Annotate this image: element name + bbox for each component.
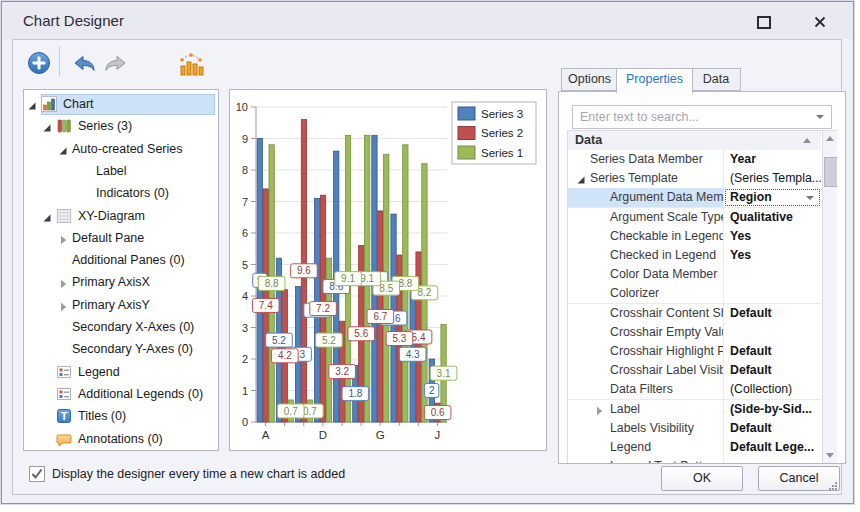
tree-item-primary-axisx[interactable]: Primary AxisX — [25, 272, 217, 293]
property-row-label[interactable]: Label(Side-by-Sid... — [568, 400, 821, 420]
tab-data[interactable]: Data — [691, 68, 741, 91]
property-value-cell[interactable]: Yes — [724, 227, 821, 246]
tree-item-titles-0[interactable]: TTitles (0) — [25, 406, 217, 427]
tab-options[interactable]: Options — [561, 68, 618, 91]
chart-type-button[interactable] — [178, 50, 204, 80]
property-label-cell[interactable]: Crosshair Label Visibility — [568, 361, 724, 380]
property-row-labels-visibility[interactable]: Labels VisibilityDefault — [568, 419, 821, 439]
scroll-down-icon[interactable] — [826, 453, 834, 458]
property-label-cell[interactable]: Checked in Legend — [568, 246, 724, 265]
tree-item-label[interactable]: Label — [25, 161, 217, 182]
display-designer-checkbox[interactable] — [29, 466, 45, 482]
property-value-cell[interactable]: Default Lege... — [724, 438, 821, 457]
close-button[interactable] — [805, 14, 835, 32]
tree-item-auto-created-series[interactable]: Auto-created Series — [25, 139, 217, 160]
property-label-cell[interactable]: Legend Text Pattern — [568, 457, 724, 463]
property-label-cell[interactable]: Checkable in Legend — [568, 227, 724, 246]
tree-item-additional-legends-0[interactable]: Additional Legends (0) — [25, 384, 217, 405]
resize-grip[interactable] — [827, 480, 838, 491]
tree-item-legend[interactable]: Legend — [25, 362, 217, 383]
expanded-arrow-icon[interactable] — [27, 100, 37, 110]
collapsed-arrow-icon[interactable] — [594, 405, 603, 414]
property-label-cell[interactable]: Crosshair Content Sh... — [568, 304, 724, 323]
add-chart-element-button[interactable] — [27, 51, 51, 79]
expanded-arrow-icon[interactable] — [42, 122, 52, 132]
property-row-crosshair-empty-valu[interactable]: Crosshair Empty Valu... — [568, 323, 821, 343]
expanded-arrow-icon[interactable] — [576, 174, 585, 183]
property-grid-scrollbar[interactable] — [822, 131, 837, 463]
search-dropdown-icon[interactable] — [816, 115, 824, 119]
expanded-arrow-icon[interactable] — [58, 145, 68, 155]
undo-button[interactable] — [73, 55, 97, 77]
property-label-cell[interactable]: Argument Scale Type — [568, 208, 724, 227]
property-value-cell[interactable]: Default — [724, 304, 821, 323]
property-label-cell[interactable]: Crosshair Empty Valu... — [568, 323, 724, 342]
collapsed-arrow-icon[interactable] — [58, 278, 68, 288]
property-row-crosshair-highlight-po[interactable]: Crosshair Highlight Po...Default — [568, 342, 821, 362]
property-row-colorizer[interactable]: Colorizer — [568, 284, 821, 304]
property-label-cell[interactable]: Labels Visibility — [568, 419, 724, 438]
property-row-checkable-in-legend[interactable]: Checkable in LegendYes — [568, 227, 821, 247]
titlebar[interactable]: Chart Designer — [2, 2, 853, 39]
property-row-argument-data-member[interactable]: Argument Data MemberRegion — [568, 188, 821, 208]
property-label-cell[interactable]: Color Data Member — [568, 265, 724, 284]
expanded-arrow-icon[interactable] — [42, 212, 52, 222]
property-value-cell[interactable]: (Collection) — [724, 380, 821, 399]
property-row-series-data-member[interactable]: Series Data MemberYear — [568, 150, 821, 170]
maximize-button[interactable] — [749, 14, 779, 32]
tree-item-secondary-y-axes-0[interactable]: Secondary Y-Axes (0) — [25, 339, 217, 360]
redo-button[interactable] — [103, 55, 127, 77]
property-value-cell[interactable] — [724, 265, 821, 284]
property-value-cell[interactable]: Year — [724, 150, 821, 169]
property-label-cell[interactable]: Series Data Member — [568, 150, 724, 169]
property-value-cell[interactable]: Default — [724, 419, 821, 438]
property-label-cell[interactable]: Colorizer — [568, 284, 724, 303]
property-row-checked-in-legend[interactable]: Checked in LegendYes — [568, 246, 821, 266]
property-row-series-template[interactable]: Series Template(Series Templa... — [568, 169, 821, 189]
property-row-crosshair-content-sh[interactable]: Crosshair Content Sh...Default — [568, 304, 821, 324]
scrollbar-thumb[interactable] — [824, 157, 837, 187]
collapsed-arrow-icon[interactable] — [58, 301, 68, 311]
tree-item-xy-diagram[interactable]: XY-Diagram — [25, 206, 217, 227]
tree-item-primary-axisy[interactable]: Primary AxisY — [25, 295, 217, 316]
property-value-cell[interactable] — [724, 323, 821, 342]
tree-item-annotations-0[interactable]: Annotations (0) — [25, 429, 217, 450]
tree-item-chart[interactable]: Chart — [25, 94, 217, 115]
property-search-box[interactable] — [572, 105, 832, 129]
property-value-cell[interactable]: Default — [724, 361, 821, 380]
property-label-cell[interactable]: Crosshair Highlight Po... — [568, 342, 724, 361]
tree-item-default-pane[interactable]: Default Pane — [25, 228, 217, 249]
property-value-cell[interactable]: Region — [724, 188, 821, 207]
tree-item-secondary-x-axes-0[interactable]: Secondary X-Axes (0) — [25, 317, 217, 338]
property-label-cell[interactable]: Argument Data Member — [568, 188, 724, 207]
collapsed-arrow-icon[interactable] — [58, 234, 68, 244]
property-label-cell[interactable]: Data Filters — [568, 380, 724, 399]
property-value-cell[interactable]: Default — [724, 342, 821, 361]
tree-item-additional-panes-0[interactable]: Additional Panes (0) — [25, 250, 217, 271]
property-value-cell[interactable]: (Side-by-Sid... — [724, 400, 821, 419]
property-value-cell[interactable] — [724, 284, 821, 303]
property-value-cell[interactable]: Qualitative — [724, 208, 821, 227]
chart-preview-panel[interactable]: 012345678910ADGJ20.63.14.35.48.26.65.38.… — [229, 89, 547, 451]
property-value-cell[interactable]: (Series Templa... — [724, 169, 821, 188]
property-row-legend[interactable]: LegendDefault Lege... — [568, 438, 821, 458]
property-row-argument-scale-type[interactable]: Argument Scale TypeQualitative — [568, 208, 821, 228]
category-collapse-icon[interactable] — [803, 138, 811, 143]
scroll-up-icon[interactable] — [826, 136, 834, 141]
property-row-data-filters[interactable]: Data Filters(Collection) — [568, 380, 821, 400]
property-label-cell[interactable]: Legend — [568, 438, 724, 457]
search-input[interactable] — [578, 108, 812, 126]
property-category-data[interactable]: Data — [568, 131, 821, 151]
property-label-cell[interactable]: Label — [568, 400, 724, 419]
property-row-crosshair-label-visibility[interactable]: Crosshair Label VisibilityDefault — [568, 361, 821, 381]
tab-properties[interactable]: Properties — [616, 68, 693, 93]
property-value-cell[interactable]: Yes — [724, 246, 821, 265]
ok-button[interactable]: OK — [661, 466, 743, 491]
property-value-cell[interactable] — [724, 457, 821, 463]
property-row-legend-text-pattern[interactable]: Legend Text Pattern — [568, 457, 821, 463]
tree-item-series-3[interactable]: Series (3) — [25, 116, 217, 137]
tree-item-indicators-0[interactable]: Indicators (0) — [25, 183, 217, 204]
property-label-cell[interactable]: Series Template — [568, 169, 724, 188]
property-row-color-data-member[interactable]: Color Data Member — [568, 265, 821, 285]
value-dropdown-icon[interactable] — [806, 196, 814, 200]
